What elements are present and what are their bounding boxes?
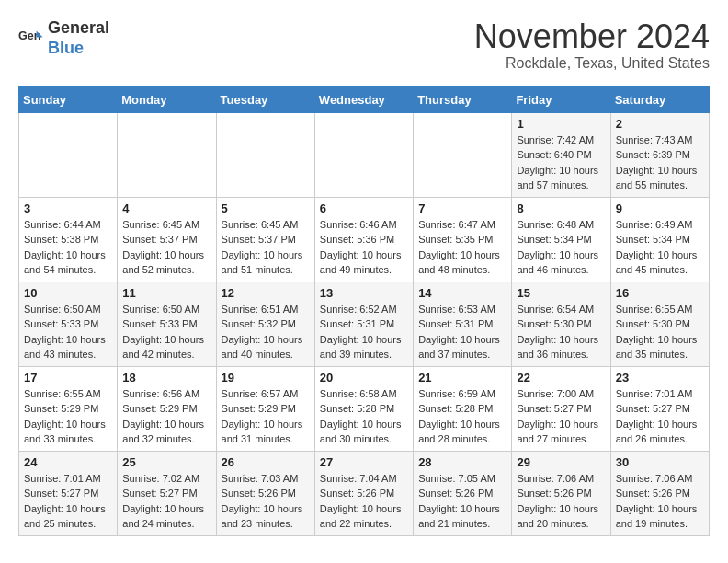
calendar-cell: 9Sunrise: 6:49 AMSunset: 5:34 PMDaylight… xyxy=(610,197,709,282)
day-info: Sunrise: 6:45 AMSunset: 5:37 PMDaylight:… xyxy=(222,217,310,278)
weekday-header: Saturday xyxy=(610,86,709,112)
day-number: 28 xyxy=(418,455,506,469)
day-number: 16 xyxy=(616,286,704,300)
calendar-cell: 17Sunrise: 6:55 AMSunset: 5:29 PMDayligh… xyxy=(19,366,118,451)
day-number: 2 xyxy=(616,117,704,131)
day-number: 10 xyxy=(24,286,112,300)
day-number: 13 xyxy=(320,286,408,300)
day-info: Sunrise: 6:48 AMSunset: 5:34 PMDaylight:… xyxy=(517,217,605,278)
page-header: Gen General Blue November 2024 Rockdale,… xyxy=(18,18,710,72)
calendar-cell: 6Sunrise: 6:46 AMSunset: 5:36 PMDaylight… xyxy=(314,197,413,282)
title-block: November 2024 Rockdale, Texas, United St… xyxy=(474,18,710,72)
calendar-cell xyxy=(314,112,413,197)
day-info: Sunrise: 6:47 AMSunset: 5:35 PMDaylight:… xyxy=(418,217,506,278)
day-info: Sunrise: 7:05 AMSunset: 5:26 PMDaylight:… xyxy=(418,471,506,532)
day-info: Sunrise: 6:55 AMSunset: 5:30 PMDaylight:… xyxy=(616,302,704,362)
calendar-cell: 10Sunrise: 6:50 AMSunset: 5:33 PMDayligh… xyxy=(19,282,118,366)
day-info: Sunrise: 7:06 AMSunset: 5:26 PMDaylight:… xyxy=(517,471,605,532)
logo: Gen General Blue xyxy=(18,18,109,58)
day-number: 25 xyxy=(122,455,210,469)
calendar-cell: 24Sunrise: 7:01 AMSunset: 5:27 PMDayligh… xyxy=(19,451,118,535)
calendar-cell: 28Sunrise: 7:05 AMSunset: 5:26 PMDayligh… xyxy=(414,451,512,535)
day-number: 17 xyxy=(24,371,112,385)
calendar-cell: 1Sunrise: 7:42 AMSunset: 6:40 PMDaylight… xyxy=(512,112,610,197)
calendar-cell: 8Sunrise: 6:48 AMSunset: 5:34 PMDaylight… xyxy=(512,197,610,282)
day-number: 27 xyxy=(320,455,408,469)
day-number: 26 xyxy=(222,455,310,469)
page-title: November 2024 xyxy=(474,18,710,55)
day-info: Sunrise: 6:59 AMSunset: 5:28 PMDaylight:… xyxy=(418,386,506,447)
calendar-cell: 13Sunrise: 6:52 AMSunset: 5:31 PMDayligh… xyxy=(314,282,413,366)
weekday-header: Thursday xyxy=(414,86,512,112)
day-info: Sunrise: 6:50 AMSunset: 5:33 PMDaylight:… xyxy=(24,302,112,362)
day-info: Sunrise: 7:02 AMSunset: 5:27 PMDaylight:… xyxy=(122,471,210,532)
day-number: 19 xyxy=(222,371,310,385)
calendar-cell: 2Sunrise: 7:43 AMSunset: 6:39 PMDaylight… xyxy=(610,112,709,197)
day-info: Sunrise: 6:52 AMSunset: 5:31 PMDaylight:… xyxy=(320,302,408,362)
day-info: Sunrise: 6:53 AMSunset: 5:31 PMDaylight:… xyxy=(418,302,506,362)
page-subtitle: Rockdale, Texas, United States xyxy=(474,55,710,72)
day-number: 21 xyxy=(418,371,506,385)
calendar-cell: 23Sunrise: 7:01 AMSunset: 5:27 PMDayligh… xyxy=(610,366,709,451)
day-number: 24 xyxy=(24,455,112,469)
weekday-header: Monday xyxy=(118,86,216,112)
calendar-cell: 30Sunrise: 7:06 AMSunset: 5:26 PMDayligh… xyxy=(610,451,709,535)
day-number: 18 xyxy=(122,371,210,385)
calendar-cell: 14Sunrise: 6:53 AMSunset: 5:31 PMDayligh… xyxy=(414,282,512,366)
day-info: Sunrise: 7:00 AMSunset: 5:27 PMDaylight:… xyxy=(517,386,605,447)
day-info: Sunrise: 6:58 AMSunset: 5:28 PMDaylight:… xyxy=(320,386,408,447)
day-info: Sunrise: 7:03 AMSunset: 5:26 PMDaylight:… xyxy=(222,471,310,532)
day-number: 29 xyxy=(517,455,605,469)
day-number: 9 xyxy=(616,201,704,215)
calendar-cell: 26Sunrise: 7:03 AMSunset: 5:26 PMDayligh… xyxy=(216,451,314,535)
calendar-cell: 15Sunrise: 6:54 AMSunset: 5:30 PMDayligh… xyxy=(512,282,610,366)
day-info: Sunrise: 6:56 AMSunset: 5:29 PMDaylight:… xyxy=(122,386,210,447)
calendar-cell: 29Sunrise: 7:06 AMSunset: 5:26 PMDayligh… xyxy=(512,451,610,535)
day-info: Sunrise: 7:43 AMSunset: 6:39 PMDaylight:… xyxy=(616,132,704,193)
day-number: 4 xyxy=(122,201,210,215)
day-info: Sunrise: 6:55 AMSunset: 5:29 PMDaylight:… xyxy=(24,386,112,447)
day-info: Sunrise: 7:04 AMSunset: 5:26 PMDaylight:… xyxy=(320,471,408,532)
logo-icon: Gen xyxy=(18,26,44,52)
day-info: Sunrise: 6:50 AMSunset: 5:33 PMDaylight:… xyxy=(122,302,210,362)
calendar-cell: 25Sunrise: 7:02 AMSunset: 5:27 PMDayligh… xyxy=(118,451,216,535)
day-info: Sunrise: 6:46 AMSunset: 5:36 PMDaylight:… xyxy=(320,217,408,278)
day-number: 15 xyxy=(517,286,605,300)
day-info: Sunrise: 6:49 AMSunset: 5:34 PMDaylight:… xyxy=(616,217,704,278)
calendar-cell: 12Sunrise: 6:51 AMSunset: 5:32 PMDayligh… xyxy=(216,282,314,366)
day-info: Sunrise: 7:01 AMSunset: 5:27 PMDaylight:… xyxy=(24,471,112,532)
day-info: Sunrise: 6:44 AMSunset: 5:38 PMDaylight:… xyxy=(24,217,112,278)
calendar-cell xyxy=(118,112,216,197)
day-info: Sunrise: 7:01 AMSunset: 5:27 PMDaylight:… xyxy=(616,386,704,447)
day-info: Sunrise: 7:42 AMSunset: 6:40 PMDaylight:… xyxy=(517,132,605,193)
calendar-cell: 5Sunrise: 6:45 AMSunset: 5:37 PMDaylight… xyxy=(216,197,314,282)
weekday-header: Wednesday xyxy=(314,86,413,112)
day-number: 5 xyxy=(222,201,310,215)
day-info: Sunrise: 7:06 AMSunset: 5:26 PMDaylight:… xyxy=(616,471,704,532)
calendar-cell xyxy=(414,112,512,197)
calendar-cell: 22Sunrise: 7:00 AMSunset: 5:27 PMDayligh… xyxy=(512,366,610,451)
day-number: 6 xyxy=(320,201,408,215)
calendar-cell: 20Sunrise: 6:58 AMSunset: 5:28 PMDayligh… xyxy=(314,366,413,451)
calendar-cell: 7Sunrise: 6:47 AMSunset: 5:35 PMDaylight… xyxy=(414,197,512,282)
day-number: 20 xyxy=(320,371,408,385)
day-number: 12 xyxy=(222,286,310,300)
day-number: 30 xyxy=(616,455,704,469)
calendar-cell: 27Sunrise: 7:04 AMSunset: 5:26 PMDayligh… xyxy=(314,451,413,535)
day-info: Sunrise: 6:57 AMSunset: 5:29 PMDaylight:… xyxy=(222,386,310,447)
day-number: 23 xyxy=(616,371,704,385)
weekday-header: Friday xyxy=(512,86,610,112)
calendar-cell xyxy=(216,112,314,197)
logo-blue: Blue xyxy=(48,39,109,59)
logo-general: General xyxy=(48,18,109,39)
day-number: 11 xyxy=(122,286,210,300)
calendar-cell: 19Sunrise: 6:57 AMSunset: 5:29 PMDayligh… xyxy=(216,366,314,451)
day-number: 14 xyxy=(418,286,506,300)
calendar-cell xyxy=(19,112,118,197)
calendar-cell: 18Sunrise: 6:56 AMSunset: 5:29 PMDayligh… xyxy=(118,366,216,451)
day-number: 8 xyxy=(517,201,605,215)
calendar-cell: 21Sunrise: 6:59 AMSunset: 5:28 PMDayligh… xyxy=(414,366,512,451)
day-info: Sunrise: 6:45 AMSunset: 5:37 PMDaylight:… xyxy=(122,217,210,278)
weekday-header: Tuesday xyxy=(216,86,314,112)
calendar-cell: 4Sunrise: 6:45 AMSunset: 5:37 PMDaylight… xyxy=(118,197,216,282)
